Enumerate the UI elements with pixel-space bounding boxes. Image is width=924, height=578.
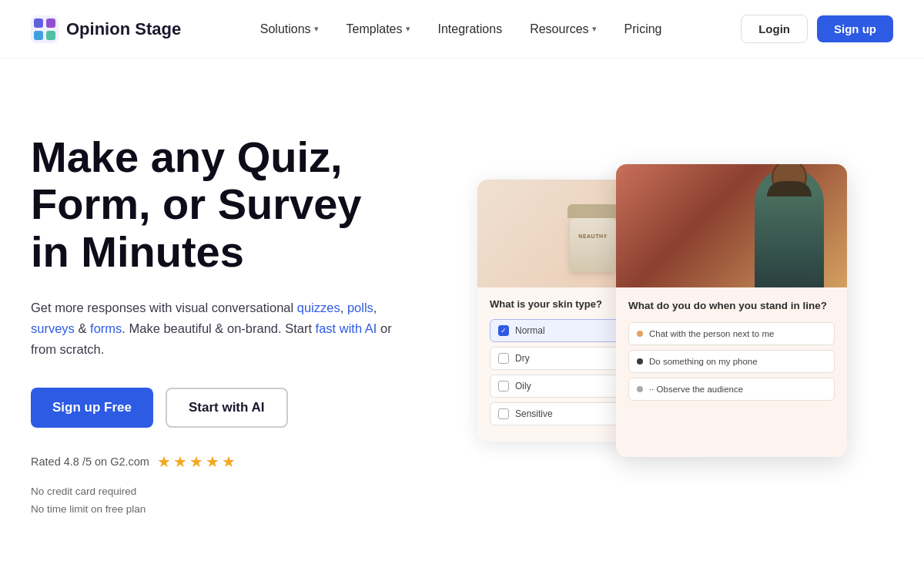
star-2: ★ xyxy=(173,452,187,471)
poll-card-content: What do you do when you stand in line? C… xyxy=(616,287,847,418)
surveys-link[interactable]: surveys xyxy=(31,321,75,335)
brand-label: NEAUTHY xyxy=(574,234,612,239)
cream-jar: NEAUTHY xyxy=(570,218,616,272)
chevron-down-icon: ▾ xyxy=(406,24,410,34)
signup-button[interactable]: Sign up xyxy=(817,15,893,42)
poll-card: What do you do when you stand in line? C… xyxy=(616,164,847,457)
hero-cta-buttons: Sign up Free Start with AI xyxy=(31,388,400,428)
svg-rect-2 xyxy=(46,18,55,28)
login-button[interactable]: Login xyxy=(741,15,808,43)
nav-resources[interactable]: Resources ▾ xyxy=(519,16,607,42)
poll-option-phone[interactable]: Do something on my phone xyxy=(628,350,835,373)
rating-text: Rated 4.8 /5 on G2.com xyxy=(31,455,149,468)
checkbox-dry xyxy=(498,353,509,364)
poll-dot-orange xyxy=(637,331,643,337)
polls-link[interactable]: polls xyxy=(347,301,373,314)
nav-templates[interactable]: Templates ▾ xyxy=(336,16,421,42)
poll-dot-dots xyxy=(637,386,643,392)
note-no-credit-card: No credit card required xyxy=(31,483,400,501)
fast-ai-link[interactable]: fast with AI xyxy=(316,321,377,335)
star-4: ★ xyxy=(206,452,219,471)
hero-description: Get more responses with visual conversat… xyxy=(31,297,400,361)
nav-links: Solutions ▾ Templates ▾ Integrations Res… xyxy=(249,16,673,42)
chevron-down-icon: ▾ xyxy=(592,24,597,34)
hero-content: Make any Quiz, Form, or Survey in Minute… xyxy=(31,133,431,519)
checkbox-normal xyxy=(498,325,509,336)
note-no-time-limit: No time limit on free plan xyxy=(31,501,400,519)
brand-name: Opinion Stage xyxy=(66,19,181,39)
hero-title: Make any Quiz, Form, or Survey in Minute… xyxy=(31,133,400,276)
checkbox-oily xyxy=(498,381,509,391)
hero-rating: Rated 4.8 /5 on G2.com ★ ★ ★ ★ ★ xyxy=(31,452,400,471)
chevron-down-icon: ▾ xyxy=(314,24,319,34)
visual-cards: NEAUTHY What is your skin type? Normal D… xyxy=(477,164,847,488)
svg-rect-4 xyxy=(46,31,55,40)
start-ai-button[interactable]: Start with AI xyxy=(166,388,288,428)
nav-solutions[interactable]: Solutions ▾ xyxy=(249,16,330,42)
poll-dot-dark xyxy=(637,358,643,365)
person-hair xyxy=(767,181,812,197)
quizzes-link[interactable]: quizzes xyxy=(297,301,340,314)
svg-rect-3 xyxy=(34,31,43,40)
star-3: ★ xyxy=(189,452,203,471)
brand-logo[interactable]: Opinion Stage xyxy=(31,15,181,43)
forms-link[interactable]: forms xyxy=(90,321,122,335)
poll-option-chat[interactable]: Chat with the person next to me xyxy=(628,322,835,345)
hero-desc-middle: . Make beautiful & on-brand. Start xyxy=(122,321,315,335)
hero-desc-start: Get more responses with visual conversat… xyxy=(31,301,297,314)
cream-jar-lid xyxy=(567,204,618,218)
navbar: Opinion Stage Solutions ▾ Templates ▾ In… xyxy=(0,0,924,59)
poll-question: What do you do when you stand in line? xyxy=(628,300,835,311)
hero-visual: NEAUTHY What is your skin type? Normal D… xyxy=(431,141,893,511)
star-5: ★ xyxy=(222,452,236,471)
nav-integrations[interactable]: Integrations xyxy=(427,16,514,42)
checkbox-sensitive xyxy=(498,408,509,419)
brand-logo-icon xyxy=(31,15,59,43)
signup-free-button[interactable]: Sign up Free xyxy=(31,388,153,428)
poll-card-image xyxy=(616,164,847,287)
nav-actions: Login Sign up xyxy=(741,15,893,43)
poll-option-observe[interactable]: ·· Observe the audience xyxy=(628,378,835,401)
hero-notes: No credit card required No time limit on… xyxy=(31,483,400,519)
nav-pricing[interactable]: Pricing xyxy=(614,16,673,42)
star-1: ★ xyxy=(157,452,171,471)
star-rating: ★ ★ ★ ★ ★ xyxy=(157,452,236,471)
svg-rect-1 xyxy=(34,18,43,28)
hero-section: Make any Quiz, Form, or Survey in Minute… xyxy=(0,59,924,578)
